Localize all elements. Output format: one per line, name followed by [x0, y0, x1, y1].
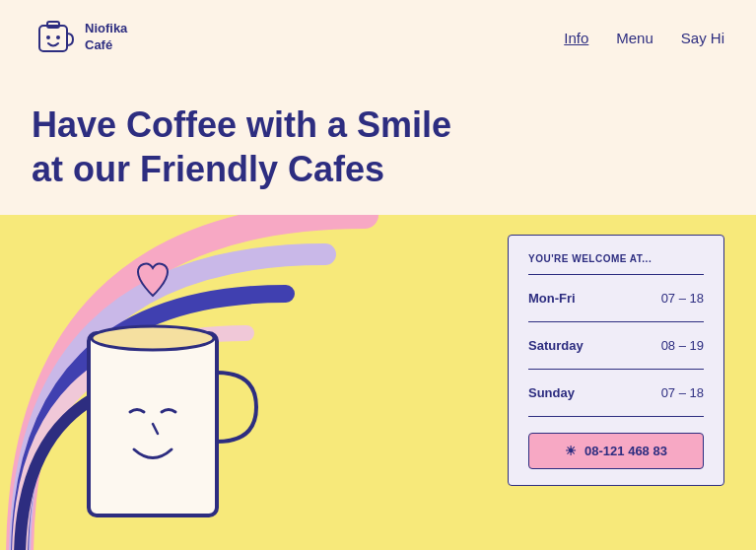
- day-label: Mon-Fri: [528, 291, 576, 306]
- mug-illustration: [49, 254, 266, 550]
- divider-top: [528, 274, 704, 275]
- phone-icon: ☀: [565, 444, 577, 458]
- hero-section: Have Coffee with a Smile at our Friendly…: [0, 75, 756, 215]
- nav-info[interactable]: Info: [564, 30, 588, 46]
- divider-1: [528, 321, 704, 322]
- day-label: Sunday: [528, 385, 575, 400]
- logo-text: Niofika Café: [85, 21, 127, 54]
- hours-row-saturday: Saturday 08 – 19: [528, 330, 704, 361]
- hours-row-sunday: Sunday 07 – 18: [528, 378, 704, 408]
- hours-row-monFri: Mon-Fri 07 – 18: [528, 283, 704, 313]
- divider-2: [528, 369, 704, 370]
- time-label: 07 – 18: [661, 385, 704, 400]
- svg-point-5: [92, 326, 214, 350]
- yellow-band: YOU'RE WELCOME AT... Mon-Fri 07 – 18 Sat…: [0, 215, 756, 550]
- site-header: Niofika Café Info Menu Say Hi: [0, 0, 756, 75]
- nav-menu[interactable]: Menu: [616, 30, 653, 46]
- logo-icon: [32, 16, 75, 59]
- logo: Niofika Café: [32, 16, 127, 59]
- svg-point-1: [46, 35, 50, 39]
- info-card: YOU'RE WELCOME AT... Mon-Fri 07 – 18 Sat…: [508, 235, 724, 486]
- phone-button[interactable]: ☀ 08-121 468 83: [528, 433, 704, 469]
- main-nav: Info Menu Say Hi: [564, 30, 724, 46]
- phone-number: 08-121 468 83: [584, 444, 667, 458]
- hero-headline: Have Coffee with a Smile at our Friendly…: [32, 103, 724, 191]
- svg-rect-0: [39, 26, 67, 51]
- day-label: Saturday: [528, 338, 584, 353]
- nav-say-hi[interactable]: Say Hi: [681, 30, 724, 46]
- time-label: 08 – 19: [661, 338, 704, 353]
- divider-3: [528, 416, 704, 417]
- welcome-label: YOU'RE WELCOME AT...: [528, 253, 704, 264]
- svg-point-2: [56, 35, 60, 39]
- time-label: 07 – 18: [661, 291, 704, 306]
